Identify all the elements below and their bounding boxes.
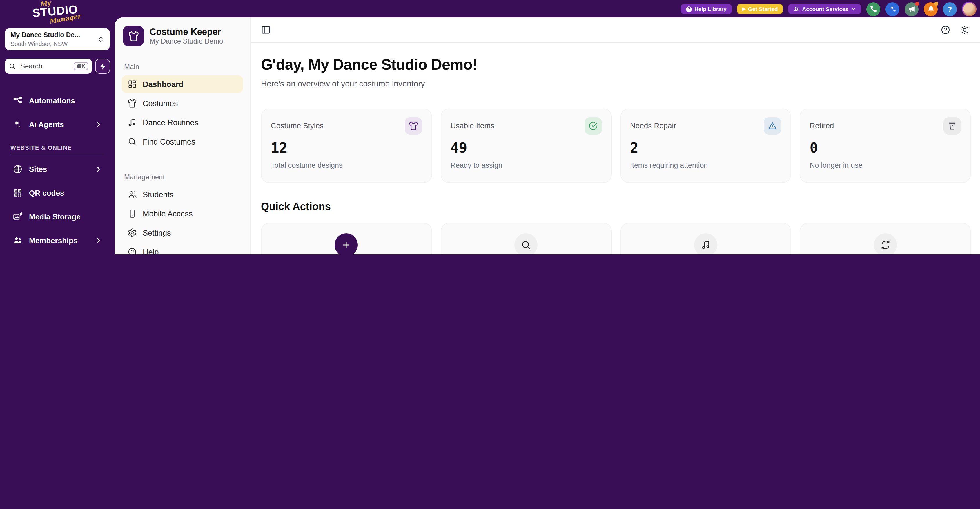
check-circle-icon [584, 117, 601, 135]
costume-keeper-sidebar: Costume Keeper My Dance Studio Demo Main… [115, 18, 250, 254]
page-subtitle: Here's an overview of your costume inven… [261, 79, 971, 88]
stat-card-usable-items: Usable Items 49 Ready to assign [441, 109, 612, 183]
users-icon [13, 235, 22, 245]
account-services-button[interactable]: Account Services [788, 4, 861, 14]
studio-location: South Windsor, NSW [10, 40, 80, 48]
chevron-right-icon [94, 120, 102, 128]
sidebar-item-qr-codes[interactable]: QR codes [5, 181, 110, 204]
avatar-photo [963, 3, 975, 15]
qr-code-icon [13, 188, 22, 198]
find-costumes-button[interactable]: Find Costumes Match costumes to student … [441, 223, 612, 254]
search-shortcut: ⌘K [73, 62, 88, 70]
sync-students-button[interactable]: Sync Students Update from My Studio Mana… [800, 223, 971, 254]
notification-dot [934, 2, 938, 5]
help-circle-button[interactable] [940, 25, 950, 35]
bell-icon [927, 5, 934, 13]
gear-icon [127, 228, 137, 238]
page-title: G'day, My Dance Studio Demo! [261, 56, 971, 74]
tshirt-icon [405, 117, 422, 135]
tab-students[interactable]: Students [122, 186, 243, 203]
create-dance-button[interactable]: Create Dance Add a new dance routine [620, 223, 791, 254]
megaphone-icon [908, 5, 915, 13]
dashboard-content: G'day, My Dance Studio Demo! Here's an o… [250, 18, 980, 254]
studio-nav: Automations Ai Agents WEBSITE & ONLINE S… [3, 89, 111, 254]
stat-label: Retired [810, 121, 834, 130]
sidebar-item-label: Ai Agents [29, 120, 64, 129]
phone-icon-button[interactable] [866, 2, 880, 16]
tab-label: Students [143, 190, 174, 199]
tshirt-icon [128, 30, 139, 41]
section-label-main: Main [124, 63, 241, 71]
stat-caption: Items requiring attention [630, 161, 781, 169]
get-started-label: Get Started [748, 6, 778, 12]
add-costume-button[interactable]: Add Costume Create a new costume style [261, 223, 432, 254]
phone-icon [870, 5, 877, 13]
sidebar-toggle-button[interactable] [261, 25, 271, 35]
tab-costumes[interactable]: Costumes [122, 94, 243, 112]
music-note-icon [127, 118, 137, 127]
tab-mobile-access[interactable]: Mobile Access [122, 205, 243, 222]
chevron-right-icon [94, 165, 102, 173]
content-header [250, 18, 980, 43]
sidebar-item-ai-agents[interactable]: Ai Agents [5, 113, 110, 136]
sparkles-icon-button[interactable] [886, 2, 899, 16]
tab-dashboard[interactable]: Dashboard [122, 75, 243, 93]
archive-bin-icon [943, 117, 961, 135]
zap-icon [99, 62, 107, 70]
tab-find-costumes[interactable]: Find Costumes [122, 133, 243, 150]
search-input[interactable] [19, 62, 54, 71]
stat-caption: Ready to assign [450, 161, 602, 169]
help-icon-button[interactable]: ? [943, 2, 957, 16]
my-studio-manager-logo[interactable]: My STUDIO Manager [23, 1, 87, 22]
bell-icon-button[interactable] [924, 2, 938, 16]
sun-icon [960, 25, 970, 35]
topbar-actions: ? Help Library ▶ Get Started Account Ser… [681, 2, 977, 16]
tab-help[interactable]: Help [122, 243, 243, 254]
costume-keeper-app-tile [123, 26, 144, 46]
studio-name: My Dance Studio De... [10, 31, 80, 40]
app-subtitle: My Dance Studio Demo [150, 37, 223, 46]
search-icon [127, 137, 137, 146]
sparkles-icon [13, 119, 22, 129]
sidebar-item-automations[interactable]: Automations [5, 89, 110, 112]
sidebar-item-memberships[interactable]: Memberships [5, 229, 110, 252]
help-circle-icon: ? [686, 6, 692, 12]
avatar[interactable] [962, 2, 977, 16]
get-started-button[interactable]: ▶ Get Started [737, 4, 783, 14]
stat-value: 12 [271, 140, 422, 156]
studio-selector[interactable]: My Dance Studio De... South Windsor, NSW [5, 28, 110, 51]
megaphone-icon-button[interactable] [905, 2, 918, 16]
app-title: Costume Keeper [150, 26, 223, 37]
tab-label: Settings [143, 228, 171, 237]
stat-value: 2 [630, 140, 781, 156]
app-header: Costume Keeper My Dance Studio Demo [122, 26, 243, 46]
quick-actions-button[interactable] [95, 59, 110, 74]
stats-row: Costume Styles 12 Total costume designs … [261, 109, 971, 183]
sidebar-item-media-storage[interactable]: Media Storage [5, 205, 110, 228]
stat-value: 49 [450, 140, 602, 156]
sidebar-item-sites[interactable]: Sites [5, 157, 110, 180]
section-label-management: Management [124, 173, 241, 181]
nav-section-header: WEBSITE & ONLINE [3, 136, 111, 153]
stat-label: Costume Styles [271, 121, 324, 130]
refresh-icon [873, 233, 897, 254]
theme-toggle-button[interactable] [960, 25, 970, 35]
stat-label: Needs Repair [630, 121, 676, 130]
my-studio-manager-app: My STUDIO Manager ? Help Library ▶ Get S… [0, 0, 980, 254]
studio-sidebar: My Dance Studio De... South Windsor, NSW… [0, 23, 115, 254]
tab-settings[interactable]: Settings [122, 224, 243, 241]
globe-icon [13, 164, 22, 174]
music-note-icon [694, 233, 718, 254]
users-icon [127, 190, 137, 199]
tab-label: Mobile Access [143, 209, 193, 218]
help-library-button[interactable]: ? Help Library [681, 4, 732, 14]
dashboard-body: G'day, My Dance Studio Demo! Here's an o… [250, 43, 980, 254]
tab-dance-routines[interactable]: Dance Routines [122, 114, 243, 131]
sidebar-item-label: Media Storage [29, 212, 81, 221]
search-box[interactable]: ⌘K [5, 59, 92, 74]
sidebar-item-label: QR codes [29, 188, 64, 197]
help-circle-icon [127, 247, 137, 254]
stat-caption: No longer in use [810, 161, 961, 169]
tab-label: Help [143, 247, 159, 254]
tab-label: Dashboard [143, 80, 183, 88]
